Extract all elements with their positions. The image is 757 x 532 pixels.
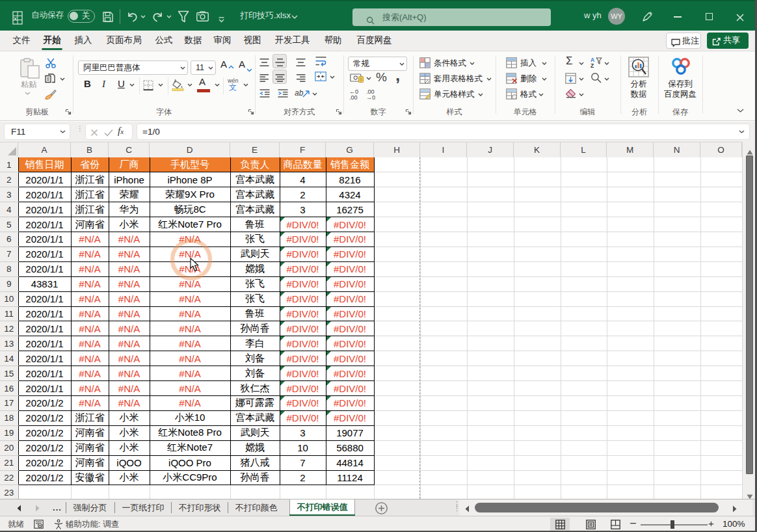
svg-text:→0: →0 xyxy=(366,94,375,100)
svg-text:.00: .00 xyxy=(349,94,358,100)
svg-text:Z: Z xyxy=(591,62,594,68)
